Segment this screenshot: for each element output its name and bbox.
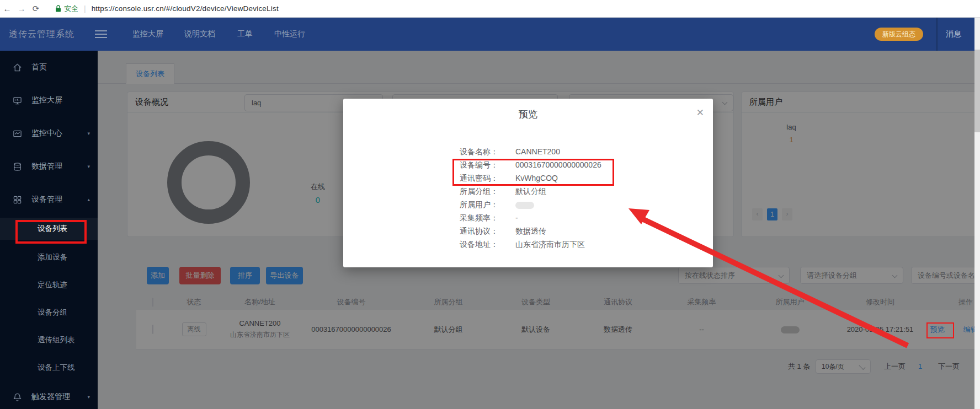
- page-scrollbar[interactable]: [974, 18, 980, 409]
- sidebar-item-label: 监控大屏: [31, 95, 62, 105]
- sidebar-item-label: 首页: [31, 62, 47, 72]
- sidebar-item-device-list[interactable]: 设备列表: [0, 218, 98, 240]
- field-label: 设备编号：: [343, 158, 498, 171]
- field-label: 通讯协议：: [343, 224, 498, 238]
- browser-refresh-icon[interactable]: ⟳: [29, 4, 43, 14]
- modal-title: 预览: [343, 108, 713, 121]
- security-label: 安全: [64, 4, 78, 14]
- owner-redacted: [515, 202, 534, 209]
- modal-body: 设备名称：CANNET200 设备编号：00031670000000000026…: [343, 145, 713, 251]
- comm-password-value: KvWhgCOQ: [515, 174, 558, 182]
- sidebar-item-device-management[interactable]: 设备管理 ▴: [0, 189, 98, 211]
- chevron-down-icon: ▾: [87, 394, 90, 400]
- header-divider: [936, 18, 938, 51]
- nav-ticket[interactable]: 工单: [237, 29, 253, 39]
- app-header: 透传云管理系统 监控大屏 说明文档 工单 中性运行 新版云组态 消息: [0, 18, 980, 51]
- field-label: 所属用户：: [343, 198, 498, 211]
- sidebar-item-trigger-management[interactable]: 触发器管理 ▾: [0, 386, 98, 408]
- sidebar-item-device-online-offline[interactable]: 设备上下线: [0, 357, 98, 379]
- field-label: 通讯密码：: [343, 171, 498, 185]
- address-bar[interactable]: https://console.usr.cn/#/cloudV2/device/…: [92, 4, 279, 13]
- browser-bar: ← → ⟳ 安全 | https://console.usr.cn/#/clou…: [0, 0, 980, 18]
- field-label: 设备名称：: [343, 145, 498, 158]
- group-value: 默认分组: [515, 187, 546, 196]
- database-icon: [13, 162, 22, 171]
- device-no-value: 00031670000000000026: [515, 160, 601, 169]
- new-scada-button[interactable]: 新版云组态: [875, 28, 923, 41]
- sidebar-item-monitor-center[interactable]: 监控中心 ▾: [0, 122, 98, 144]
- hamburger-menu-icon[interactable]: [95, 28, 107, 40]
- sidebar-item-label: 监控中心: [31, 128, 62, 138]
- protocol-value: 数据透传: [515, 227, 546, 235]
- app-title: 透传云管理系统: [9, 29, 74, 40]
- address-value: 山东省济南市历下区: [515, 240, 585, 249]
- screen-icon: [13, 96, 22, 105]
- messages-link[interactable]: 消息: [946, 29, 961, 39]
- sidebar-item-data-management[interactable]: 数据管理 ▾: [0, 155, 98, 177]
- grid-icon: [13, 195, 22, 204]
- sidebar-item-passthrough-group-list[interactable]: 透传组列表: [0, 329, 98, 351]
- sidebar-item-home[interactable]: 首页: [0, 56, 98, 78]
- close-icon[interactable]: ✕: [696, 108, 704, 117]
- field-label: 采集频率：: [343, 211, 498, 224]
- monitor-chart-icon: [13, 129, 22, 138]
- lock-icon: [55, 5, 61, 12]
- preview-modal: 预览 ✕ 设备名称：CANNET200 设备编号：000316700000000…: [343, 99, 713, 267]
- security-chip[interactable]: 安全: [55, 4, 78, 14]
- browser-forward-icon[interactable]: →: [14, 4, 29, 13]
- url-separator: |: [84, 4, 86, 13]
- home-icon: [13, 63, 22, 72]
- chevron-down-icon: ▾: [87, 164, 90, 169]
- sidebar-item-label: 触发器管理: [31, 392, 70, 402]
- chevron-up-icon: ▴: [87, 197, 90, 202]
- sidebar-item-label: 设备管理: [31, 195, 62, 204]
- nav-neutral-run[interactable]: 中性运行: [274, 29, 305, 39]
- sidebar: 首页 监控大屏 监控中心 ▾ 数据管理 ▾ 设备管理 ▴ 设备列表 添加设备 定…: [0, 51, 98, 409]
- chevron-down-icon: ▾: [87, 131, 90, 136]
- field-label: 所属分组：: [343, 185, 498, 198]
- sidebar-item-monitor-screen[interactable]: 监控大屏: [0, 89, 98, 111]
- field-label: 设备地址：: [343, 238, 498, 251]
- sidebar-item-device-group[interactable]: 设备分组: [0, 302, 98, 324]
- browser-back-icon[interactable]: ←: [0, 4, 14, 13]
- frequency-value: -: [515, 213, 518, 222]
- bell-icon: [13, 392, 22, 402]
- nav-monitor-screen[interactable]: 监控大屏: [132, 29, 163, 39]
- sidebar-item-location-track[interactable]: 定位轨迹: [0, 274, 98, 296]
- sidebar-item-label: 数据管理: [31, 162, 62, 171]
- nav-docs[interactable]: 说明文档: [184, 29, 215, 39]
- scrollbar-thumb[interactable]: [974, 50, 980, 132]
- device-name-value: CANNET200: [515, 147, 560, 156]
- sidebar-item-add-device[interactable]: 添加设备: [0, 246, 98, 268]
